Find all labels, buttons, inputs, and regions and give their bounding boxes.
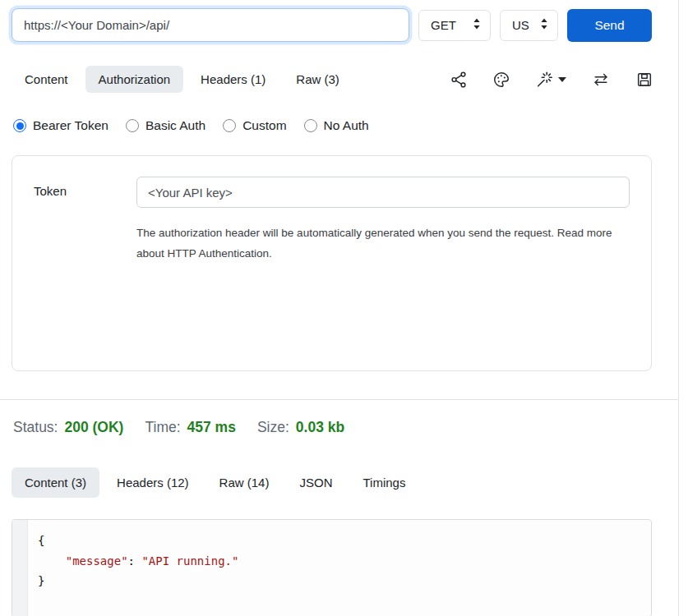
response-tabs: Content (3) Headers (12) Raw (14) JSON T… xyxy=(12,467,667,498)
json-brace: { xyxy=(38,534,44,547)
radio-icon[interactable] xyxy=(304,119,317,132)
json-brace: } xyxy=(38,574,44,587)
tab-response-headers[interactable]: Headers (12) xyxy=(104,467,202,498)
auth-option-label: Custom xyxy=(242,118,286,133)
json-separator: : xyxy=(128,554,142,568)
tab-response-raw[interactable]: Raw (14) xyxy=(206,467,283,498)
updown-arrows-icon xyxy=(540,18,548,32)
method-select[interactable]: GET xyxy=(418,10,491,41)
radio-selected-icon[interactable] xyxy=(13,119,26,132)
auth-option-custom[interactable]: Custom xyxy=(223,118,286,133)
response-body[interactable]: { "message": "API running." } xyxy=(28,520,248,616)
status-label: Status: xyxy=(13,419,58,436)
save-icon[interactable] xyxy=(635,71,653,89)
updown-arrows-icon xyxy=(473,18,481,32)
auth-option-bearer-token[interactable]: Bearer Token xyxy=(13,118,109,133)
tab-response-json[interactable]: JSON xyxy=(286,467,345,498)
radio-icon[interactable] xyxy=(126,119,139,132)
response-body-panel: { "message": "API running." } xyxy=(12,519,652,616)
send-button[interactable]: Send xyxy=(567,9,652,42)
token-label: Token xyxy=(34,177,136,208)
auth-option-label: Basic Auth xyxy=(145,118,205,133)
request-tabs: Content Authorization Headers (1) Raw (3… xyxy=(12,66,667,93)
auth-type-options: Bearer Token Basic Auth Custom No Auth xyxy=(13,118,665,133)
size-item: Size: 0.03 kb xyxy=(257,419,344,436)
auth-option-label: No Auth xyxy=(324,118,369,133)
tab-authorization[interactable]: Authorization xyxy=(85,66,184,93)
time-item: Time: 457 ms xyxy=(145,419,235,436)
tab-raw[interactable]: Raw (3) xyxy=(283,66,353,93)
swap-arrows-icon[interactable] xyxy=(591,71,611,89)
time-value: 457 ms xyxy=(187,419,236,436)
auth-option-basic-auth[interactable]: Basic Auth xyxy=(126,118,205,133)
tab-content[interactable]: Content xyxy=(12,66,81,93)
status-item: Status: 200 (OK) xyxy=(13,419,123,436)
json-value: "API running." xyxy=(141,554,238,568)
region-select-value: US xyxy=(512,18,529,32)
chevron-down-icon xyxy=(558,77,566,82)
tab-headers[interactable]: Headers (1) xyxy=(187,66,279,93)
status-value: 200 (OK) xyxy=(64,419,123,436)
size-label: Size: xyxy=(257,419,289,436)
editor-gutter xyxy=(12,520,28,616)
time-label: Time: xyxy=(145,419,180,436)
auth-option-label: Bearer Token xyxy=(33,118,109,133)
token-row: Token xyxy=(34,177,630,208)
request-toolbar xyxy=(450,71,667,89)
request-bar: GET US Send xyxy=(12,8,652,42)
radio-icon[interactable] xyxy=(223,119,236,132)
section-divider xyxy=(0,399,678,400)
share-icon[interactable] xyxy=(450,71,468,89)
palette-icon[interactable] xyxy=(492,71,510,89)
response-summary: Status: 200 (OK) Time: 457 ms Size: 0.03… xyxy=(13,419,665,436)
api-client-page: GET US Send Content Authorization Header… xyxy=(0,0,679,616)
auth-help-text: The authorization header will be automat… xyxy=(136,223,630,264)
url-input[interactable] xyxy=(12,8,409,42)
magic-wand-icon[interactable] xyxy=(535,71,566,89)
json-indent xyxy=(38,554,66,568)
region-select[interactable]: US xyxy=(500,10,558,41)
method-select-value: GET xyxy=(431,18,456,32)
tab-response-content[interactable]: Content (3) xyxy=(12,467,99,498)
authorization-panel: Token The authorization header will be a… xyxy=(12,155,652,371)
json-key: "message" xyxy=(66,554,128,568)
tab-response-timings[interactable]: Timings xyxy=(349,467,418,498)
size-value: 0.03 kb xyxy=(296,419,344,436)
auth-option-no-auth[interactable]: No Auth xyxy=(304,118,369,133)
token-input[interactable] xyxy=(136,177,630,208)
